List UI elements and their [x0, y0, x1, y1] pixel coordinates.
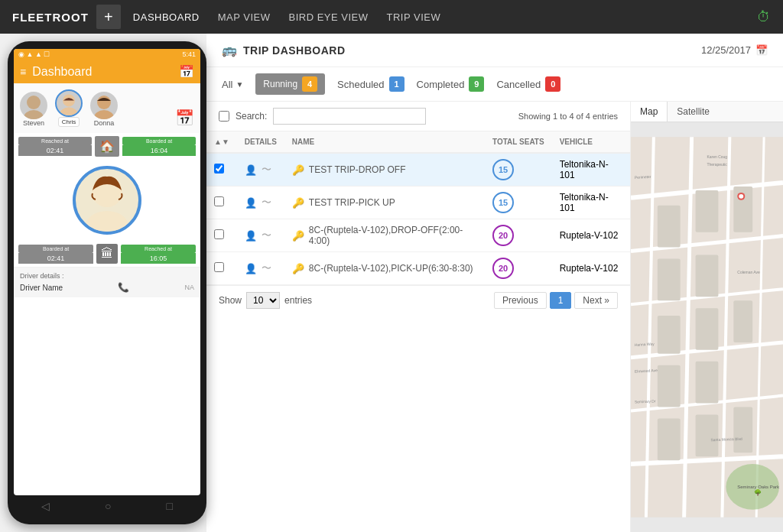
filter-running[interactable]: Running 4	[255, 73, 325, 95]
seat-badge: 15	[492, 192, 514, 213]
dashboard-area: 🚌 TRIP DASHBOARD 12/25/2017 📅 All ▼ Runn…	[206, 34, 783, 532]
phone-title: Dashboard	[32, 65, 92, 79]
calendar-icon[interactable]: 📅	[179, 64, 194, 79]
map-tab-map[interactable]: Map	[631, 102, 668, 122]
filter-all[interactable]: All ▼	[222, 79, 243, 90]
person-icon[interactable]: 👤	[245, 230, 257, 242]
entries-label: entries	[284, 295, 312, 306]
reached-time-top: 02:41	[18, 145, 92, 156]
trend-icon[interactable]: 〜	[262, 229, 271, 242]
row-checkbox-cell[interactable]	[206, 153, 237, 187]
row-checkbox-cell[interactable]	[206, 187, 237, 219]
select-all-checkbox[interactable]	[219, 111, 229, 122]
search-row: Search: Showing 1 to 4 of 4 entries	[206, 102, 630, 131]
svg-rect-23	[696, 255, 719, 297]
svg-rect-29	[658, 418, 681, 460]
hamburger-icon[interactable]: ≡	[20, 66, 26, 78]
top-navigation: FLEETROOT + DASHBOARD MAP VIEW BIRD EYE …	[0, 0, 783, 34]
person-icon[interactable]: 👤	[245, 164, 257, 176]
filter-scheduled[interactable]: Scheduled 1	[337, 76, 404, 92]
svg-rect-24	[658, 316, 681, 354]
col-seats[interactable]: TOTAL SEATS	[485, 131, 552, 153]
trip-icon: 🔑	[292, 263, 304, 274]
current-date: 12/25/2017	[701, 44, 751, 56]
student-avatar-chris	[55, 89, 83, 117]
home-button[interactable]: ○	[105, 500, 111, 512]
svg-point-1	[24, 110, 44, 119]
col-vehicle[interactable]: VEHICLE	[552, 131, 630, 153]
col-details[interactable]: DETAILS	[237, 131, 284, 153]
clock-icon: ⏱	[757, 9, 771, 25]
row-actions: 👤 〜	[245, 229, 277, 242]
trip-name-row: 🔑 TEST TRIP-PICK UP	[292, 197, 477, 209]
row-checkbox-cell[interactable]	[206, 252, 237, 285]
trend-icon[interactable]: 〜	[262, 196, 271, 209]
row-actions: 👤 〜	[245, 196, 277, 209]
prev-button[interactable]: Previous	[494, 292, 547, 309]
search-input[interactable]	[273, 108, 426, 125]
search-left: Search:	[219, 108, 426, 125]
student-portrait	[73, 166, 141, 235]
nav-tripview[interactable]: TRIP VIEW	[387, 11, 441, 23]
trips-table: ▲▼ DETAILS NAME TOTAL SEATS VEHICLE	[206, 131, 630, 285]
boarded-label-top: Boarded at	[122, 137, 196, 145]
svg-point-4	[97, 96, 111, 109]
phone-call-icon[interactable]: 📞	[118, 282, 129, 293]
trend-icon[interactable]: 〜	[262, 163, 271, 177]
svg-point-5	[94, 110, 114, 119]
nav-mapview[interactable]: MAP VIEW	[218, 11, 271, 23]
add-button[interactable]: +	[96, 5, 121, 29]
svg-point-3	[60, 107, 77, 117]
trip-name: TEST TRIP-PICK UP	[309, 197, 395, 208]
row-checkbox[interactable]	[214, 229, 224, 239]
map-content: Seminary Oaks Park 🌳 Perimeter Karen Cou…	[631, 122, 783, 532]
pagination-buttons: Previous 1 Next »	[494, 292, 618, 309]
reached-at-bottom: Reached at 16:05	[121, 245, 196, 264]
page-1-button[interactable]: 1	[550, 292, 572, 309]
student-donna[interactable]: Donna	[90, 92, 118, 127]
recent-button[interactable]: □	[167, 500, 173, 512]
nav-birdeye[interactable]: BIRD EYE VIEW	[288, 11, 368, 23]
row-checkbox[interactable]	[214, 262, 224, 272]
phone-mockup: ◉ ▲ ▲ ☐ 5:41 ≡ Dashboard 📅	[8, 41, 206, 524]
seat-badge: 20	[492, 225, 514, 246]
date-row: 12/25/2017 📅	[701, 44, 768, 56]
filter-row: All ▼ Running 4 Scheduled 1 Completed 9 …	[206, 67, 783, 102]
row-checkbox[interactable]	[214, 164, 224, 174]
driver-section: Driver details : Driver Name 📞 NA	[14, 267, 200, 297]
person-icon[interactable]: 👤	[245, 197, 257, 209]
table-row: 👤 〜 🔑 TEST TRIP-PICK UP	[206, 187, 630, 219]
svg-rect-19	[658, 206, 681, 248]
map-tab-satellite[interactable]: Satellite	[668, 102, 719, 122]
col-name[interactable]: NAME	[284, 131, 485, 153]
trip-name-row: 🔑 8C-(Ruptela-V-102),DROP-OFF(2:00-4:00)	[292, 225, 477, 246]
student-chris[interactable]: Chris	[55, 89, 83, 127]
filter-dropdown-icon[interactable]: ▼	[236, 80, 243, 89]
svg-rect-25	[696, 308, 719, 350]
sort-icon: ▲▼	[214, 138, 229, 146]
entries-select[interactable]: 10 25 50	[246, 292, 280, 309]
row-checkbox-cell[interactable]	[206, 219, 237, 252]
filter-cancelled[interactable]: Cancelled 0	[496, 76, 560, 92]
next-button[interactable]: Next »	[574, 292, 618, 309]
nav-dashboard[interactable]: DASHBOARD	[133, 11, 200, 23]
running-label: Running	[263, 79, 297, 89]
scheduled-count: 1	[389, 76, 404, 92]
cancelled-label: Cancelled	[496, 79, 541, 90]
person-icon[interactable]: 👤	[245, 263, 257, 274]
boarded-label-bottom: Boarded at	[18, 245, 93, 253]
back-button[interactable]: ◁	[41, 500, 50, 512]
showing-text: Showing 1 to 4 of 4 entries	[518, 112, 618, 121]
filter-completed[interactable]: Completed 9	[417, 76, 485, 92]
row-details-cell: 👤 〜	[237, 153, 284, 187]
phone-status-bar: ◉ ▲ ▲ ☐ 5:41	[14, 49, 200, 60]
student-steven[interactable]: Steven	[20, 92, 47, 127]
trend-icon[interactable]: 〜	[262, 261, 271, 275]
row-vehicle-cell: Teltonika-N-101	[552, 153, 630, 187]
calendar-icon[interactable]: 📅	[755, 44, 768, 56]
student-name-steven: Steven	[23, 119, 44, 127]
row-vehicle-cell: Ruptela-V-102	[552, 219, 630, 252]
boarded-at-bottom: Boarded at 02:41	[18, 245, 93, 264]
row-checkbox[interactable]	[214, 196, 224, 206]
status-icons: ◉ ▲ ▲ ☐	[18, 50, 50, 58]
